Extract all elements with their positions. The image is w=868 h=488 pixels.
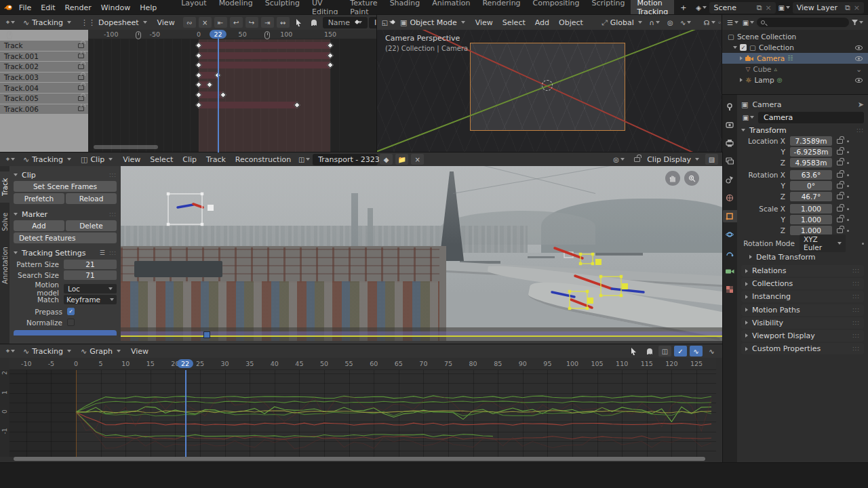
clip-menu-item[interactable]: Clip — [178, 154, 201, 165]
match-dropdown[interactable]: Keyframe — [64, 295, 117, 304]
panel-grip-icon[interactable]: ::: — [852, 307, 860, 313]
clip-datablock-field[interactable]: Transport - 23232... — [313, 154, 378, 165]
transform-value-field[interactable]: 7.3589m — [790, 136, 832, 146]
collection-checkbox[interactable]: ✓ — [740, 44, 747, 51]
topbar-menu-item[interactable]: Edit — [36, 2, 60, 14]
marker-corner-handle[interactable] — [167, 192, 170, 195]
collapsed-panel-header[interactable]: Custom Properties ::: — [741, 343, 864, 354]
clip-menu-item[interactable]: Reconstruction — [231, 154, 296, 165]
panel-grip-icon[interactable]: ::: — [852, 268, 860, 274]
transform-value-field[interactable]: 46.7° — [790, 192, 832, 201]
expand-icon[interactable] — [740, 56, 743, 60]
clip-mode-dropdown[interactable]: ∿Tracking — [19, 154, 75, 165]
outliner-row-cube[interactable]: ▽ Cube ▵ ⌄ — [722, 64, 868, 75]
marker-corner-handle[interactable] — [591, 262, 594, 265]
channel-lock-icon[interactable] — [78, 64, 84, 69]
dopesheet-channel-row[interactable]: Track.003 — [0, 73, 88, 83]
clip-editor-type-icon[interactable]: ⌖ — [4, 154, 17, 165]
pattern-size-field[interactable]: 21 — [64, 260, 117, 269]
object-name-field[interactable]: Camera — [758, 112, 864, 123]
tracking-marker-box[interactable] — [168, 194, 202, 224]
show-gizmo-icon[interactable]: ☊ — [703, 17, 716, 28]
search-size-field[interactable]: 71 — [64, 270, 117, 280]
marker-corner-handle[interactable] — [568, 307, 571, 310]
animate-dot-icon[interactable] — [847, 219, 849, 221]
falloff-curve-icon[interactable]: ∿ — [679, 17, 692, 28]
outliner-search-input[interactable] — [757, 18, 849, 27]
tab-solve[interactable]: Solve — [0, 207, 9, 237]
delete-marker-button[interactable]: Delete — [66, 220, 117, 231]
topbar-menu-item[interactable]: File — [14, 2, 36, 14]
clip-menu-item[interactable]: Track — [201, 154, 231, 165]
animate-dot-icon[interactable] — [862, 243, 864, 245]
marker-corner-handle[interactable] — [586, 290, 589, 293]
animate-dot-icon[interactable] — [847, 174, 849, 176]
normalize-curves-icon[interactable]: ∿ — [705, 346, 718, 357]
transform-orientation-dropdown[interactable]: ⤢Global — [597, 17, 646, 28]
dopesheet-keyframe-area[interactable]: -100-5005010015022 — [88, 30, 377, 152]
marker-corner-handle[interactable] — [620, 275, 623, 278]
scene-browse-icon[interactable]: ◈ — [694, 2, 707, 13]
expand-icon[interactable] — [733, 46, 737, 49]
display-aspect-icon[interactable]: ▨ — [705, 154, 718, 165]
scene-unlink-icon[interactable]: × — [766, 3, 772, 12]
channel-lock-icon[interactable] — [78, 54, 84, 58]
object-browse-icon[interactable]: ▣ — [742, 112, 755, 123]
marker-slide-handle[interactable] — [622, 283, 628, 289]
tab-scene[interactable] — [722, 174, 737, 186]
ghost-onion-icon[interactable] — [308, 17, 321, 28]
graph-pointer-icon[interactable] — [627, 346, 640, 357]
set-scene-frames-button[interactable]: Set Scene Frames — [14, 181, 117, 192]
collapsed-panel-header[interactable]: Viewport Display ::: — [741, 330, 864, 342]
clip-menu-item[interactable]: Select — [145, 154, 178, 165]
open-clip-folder-icon[interactable]: 📁 — [395, 154, 408, 165]
marker-corner-handle[interactable] — [620, 294, 623, 297]
graph-editor-type-icon[interactable]: ⌖ — [4, 346, 17, 357]
tab-output[interactable] — [722, 137, 737, 149]
animate-dot-icon[interactable] — [847, 140, 849, 142]
transform-value-field[interactable]: 1.000 — [790, 204, 832, 214]
add-workspace-button[interactable]: + — [675, 2, 691, 14]
fcurves[interactable] — [9, 370, 716, 457]
viewlayer-copy-icon[interactable]: ⧉ — [845, 3, 850, 12]
dopesheet-channel-row[interactable]: Track.002 — [0, 62, 88, 72]
add-marker-button[interactable]: Add — [14, 220, 64, 231]
mode-dropdown[interactable]: ▣Object Mode — [396, 17, 469, 28]
keyframe-band[interactable] — [199, 102, 297, 108]
mirror-keys-icon[interactable]: ↭ — [277, 17, 290, 28]
outliner-filter-mode-icon[interactable]: ▣ — [742, 17, 755, 28]
clip-browse-icon[interactable]: ◫ — [298, 154, 311, 165]
tab-texture[interactable] — [722, 283, 737, 296]
reload-button[interactable]: Reload — [66, 193, 117, 204]
lock-icon[interactable] — [837, 207, 843, 211]
viewport-menu-item[interactable]: View — [471, 17, 498, 28]
lock-icon[interactable] — [837, 150, 843, 155]
tab-view-layer[interactable] — [722, 155, 737, 167]
animate-dot-icon[interactable] — [847, 162, 849, 164]
topbar-menu-item[interactable]: Render — [60, 2, 96, 14]
marker-slide-handle[interactable] — [587, 298, 593, 304]
snap-toggle-icon[interactable]: × — [199, 17, 212, 28]
collapsed-panel-header[interactable]: Relations ::: — [741, 265, 864, 277]
tab-annotation[interactable]: Annotation — [0, 241, 9, 291]
marker-slide-handle[interactable] — [208, 205, 214, 211]
show-clip-curves-icon[interactable]: ◫ — [658, 346, 671, 357]
tab-physics[interactable] — [722, 228, 737, 241]
marker-corner-handle[interactable] — [201, 223, 203, 226]
panel-grip-icon[interactable]: ::: — [852, 333, 860, 339]
collapsed-panel-header[interactable]: Visibility ::: — [741, 317, 864, 329]
unlink-clip-icon[interactable]: × — [411, 154, 424, 165]
panel-grip-icon[interactable]: ::: — [852, 320, 860, 326]
lock-icon[interactable] — [837, 173, 843, 178]
motion-model-dropdown[interactable]: Loc — [64, 284, 117, 293]
proportional-editing-icon[interactable]: ◎ — [664, 17, 677, 28]
tracking-settings-panel-header[interactable]: Tracking Settings ☰ ::: — [14, 247, 117, 259]
fake-user-shield-icon[interactable]: ◆ — [380, 154, 393, 165]
dopesheet-channel-row[interactable]: Track.005 — [0, 94, 88, 104]
viewlayer-browse-icon[interactable]: ▣ — [778, 2, 791, 13]
clip-lock-icon[interactable] — [628, 154, 641, 165]
marker-panel-header[interactable]: Marker ::: — [14, 208, 117, 220]
marker-corner-handle[interactable] — [586, 307, 589, 310]
panel-grip-icon[interactable]: ::: — [852, 281, 860, 287]
lock-icon[interactable] — [837, 218, 843, 222]
